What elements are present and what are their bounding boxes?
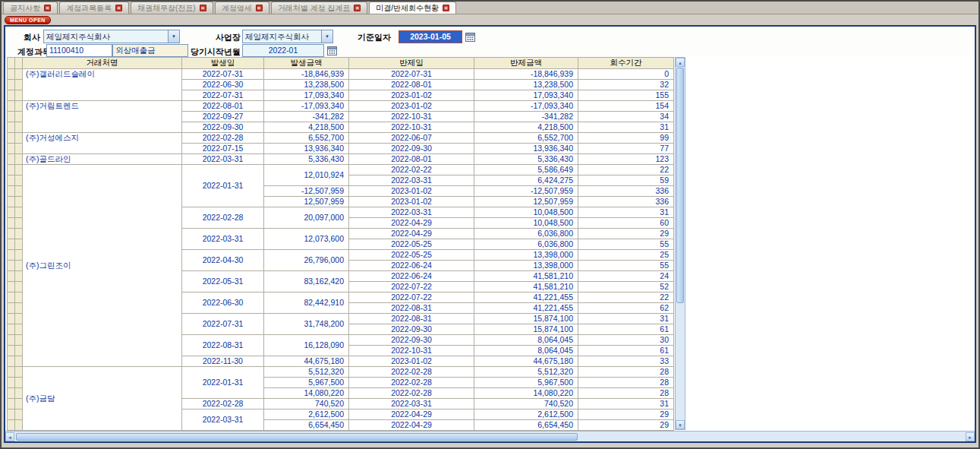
row-gutter-cell[interactable] xyxy=(15,388,23,399)
cell-num[interactable]: 32 xyxy=(578,80,674,90)
tab-close-icon[interactable]: × xyxy=(44,5,51,11)
row-gutter-cell[interactable] xyxy=(15,356,23,367)
cell-num[interactable]: 44,675,180 xyxy=(264,356,349,367)
cell-num[interactable]: 29 xyxy=(578,420,674,431)
cell-date[interactable]: 2022-06-24 xyxy=(349,261,474,271)
cell-date[interactable]: 2022-09-27 xyxy=(182,112,264,122)
cell-num[interactable]: 29 xyxy=(578,409,674,420)
row-gutter-cell[interactable] xyxy=(8,80,15,90)
cell-num[interactable]: 14,080,220 xyxy=(474,388,578,399)
cell-num[interactable]: 61 xyxy=(578,324,674,335)
row-gutter-cell[interactable] xyxy=(8,261,15,271)
row-gutter-cell[interactable] xyxy=(8,197,15,207)
tab-1[interactable]: 공지사항× xyxy=(3,2,58,14)
cell-num[interactable]: 77 xyxy=(578,144,674,154)
cell-date[interactable]: 2022-05-25 xyxy=(349,250,474,261)
row-gutter-cell[interactable] xyxy=(15,144,23,154)
cell-date[interactable]: 2022-05-31 xyxy=(182,271,264,292)
row-gutter-cell[interactable] xyxy=(15,420,23,431)
cell-num[interactable]: 17,093,340 xyxy=(264,90,349,101)
scroll-right-icon[interactable]: ► xyxy=(966,432,975,441)
column-header[interactable]: 반제일 xyxy=(349,58,474,69)
row-gutter-cell[interactable] xyxy=(8,90,15,101)
cell-date[interactable]: 2022-06-30 xyxy=(182,292,264,314)
cell-num[interactable]: 20,097,000 xyxy=(264,207,349,229)
cell-num[interactable]: 31 xyxy=(578,207,674,218)
cell-num[interactable]: 10,048,500 xyxy=(474,207,578,218)
cell-date[interactable]: 2022-04-29 xyxy=(349,409,474,420)
cell-num[interactable]: 62 xyxy=(578,303,674,314)
cell-num[interactable]: 6,552,700 xyxy=(264,133,349,144)
cell-num[interactable]: 5,586,649 xyxy=(474,165,578,175)
cell-num[interactable]: 44,675,180 xyxy=(474,356,578,367)
cell-name[interactable]: (주)거림트렌드 xyxy=(23,101,182,133)
company-select[interactable]: 제일제지주식회사 ▼ xyxy=(43,30,180,43)
cell-date[interactable]: 2022-06-30 xyxy=(182,80,264,90)
scroll-up-icon[interactable]: ▲ xyxy=(676,58,685,67)
cell-num[interactable]: 52 xyxy=(578,282,674,292)
cell-num[interactable]: 5,967,500 xyxy=(264,378,349,388)
row-gutter-cell[interactable] xyxy=(15,112,23,122)
cell-num[interactable]: 14,080,220 xyxy=(264,388,349,399)
cell-num[interactable]: 31 xyxy=(578,399,674,409)
cell-num[interactable]: 2,612,500 xyxy=(264,409,349,420)
cell-num[interactable]: 22 xyxy=(578,165,674,175)
cell-num[interactable]: 123 xyxy=(578,154,674,165)
account-name-input[interactable]: 외상매출금 xyxy=(112,44,188,57)
row-gutter-cell[interactable] xyxy=(15,154,23,165)
row-gutter-cell[interactable] xyxy=(8,133,15,144)
cell-date[interactable]: 2022-02-22 xyxy=(349,165,474,175)
table-row[interactable]: (주)골드라인2022-03-315,336,4302022-08-015,33… xyxy=(8,154,674,165)
row-gutter-cell[interactable] xyxy=(15,101,23,112)
cell-num[interactable]: 13,936,340 xyxy=(264,144,349,154)
cell-num[interactable]: 34 xyxy=(578,112,674,122)
cell-num[interactable]: 26,796,000 xyxy=(264,250,349,271)
cell-date[interactable]: 2022-03-31 xyxy=(349,399,474,409)
cell-date[interactable]: 2022-02-28 xyxy=(182,133,264,144)
row-gutter-cell[interactable] xyxy=(8,250,15,261)
row-gutter-cell[interactable] xyxy=(15,122,23,133)
column-header[interactable]: 발생일 xyxy=(182,58,264,69)
table-row[interactable]: (주)갤러리드슬레이2022-07-31-18,846,9392022-07-3… xyxy=(8,69,674,80)
tab-5[interactable]: 거래처별 계정 집계표× xyxy=(271,2,368,14)
row-gutter-cell[interactable] xyxy=(8,112,15,122)
cell-num[interactable]: -12,507,959 xyxy=(264,186,349,197)
cell-date[interactable]: 2022-07-31 xyxy=(349,69,474,80)
cell-date[interactable]: 2022-02-28 xyxy=(349,378,474,388)
cell-num[interactable]: 60 xyxy=(578,218,674,229)
cell-num[interactable]: 12,073,600 xyxy=(264,229,349,250)
cell-num[interactable]: -12,507,959 xyxy=(474,186,578,197)
calendar-icon[interactable] xyxy=(327,45,337,55)
horizontal-scroll-thumb[interactable] xyxy=(16,433,578,441)
cell-date[interactable]: 2022-08-01 xyxy=(182,101,264,112)
cell-num[interactable]: 6,424,275 xyxy=(474,175,578,186)
column-header[interactable]: 회수기간 xyxy=(578,58,674,69)
row-gutter-cell[interactable] xyxy=(15,69,23,80)
cell-date[interactable]: 2023-01-02 xyxy=(349,197,474,207)
tab-close-icon[interactable]: × xyxy=(354,5,361,11)
cell-name[interactable]: (주)금담 xyxy=(23,367,182,431)
cell-date[interactable]: 2022-07-31 xyxy=(182,90,264,101)
cell-date[interactable]: 2022-10-31 xyxy=(349,122,474,133)
row-gutter-cell[interactable] xyxy=(8,122,15,133)
site-select[interactable]: 제일제지주식회사 ▼ xyxy=(242,30,333,43)
cell-num[interactable]: 13,398,000 xyxy=(474,261,578,271)
row-gutter-cell[interactable] xyxy=(8,282,15,292)
cell-num[interactable]: 154 xyxy=(578,101,674,112)
cell-num[interactable]: 13,238,500 xyxy=(264,80,349,90)
cell-num[interactable]: 8,064,045 xyxy=(474,346,578,356)
cell-num[interactable]: 4,218,500 xyxy=(474,122,578,133)
cell-num[interactable]: 61 xyxy=(578,346,674,356)
cell-date[interactable]: 2022-07-15 xyxy=(182,144,264,154)
cell-num[interactable]: 10,048,500 xyxy=(474,218,578,229)
cell-date[interactable]: 2022-09-30 xyxy=(349,324,474,335)
cell-num[interactable]: 5,336,430 xyxy=(474,154,578,165)
tab-4[interactable]: 계정명세× xyxy=(215,2,269,14)
cell-num[interactable]: 336 xyxy=(578,197,674,207)
horizontal-scrollbar[interactable]: ◄ ► xyxy=(5,431,975,441)
cell-num[interactable]: 5,512,320 xyxy=(474,367,578,378)
cell-num[interactable]: 5,967,500 xyxy=(474,378,578,388)
row-gutter-cell[interactable] xyxy=(15,271,23,282)
cell-date[interactable]: 2022-03-31 xyxy=(182,154,264,165)
cell-num[interactable]: 41,221,455 xyxy=(474,303,578,314)
